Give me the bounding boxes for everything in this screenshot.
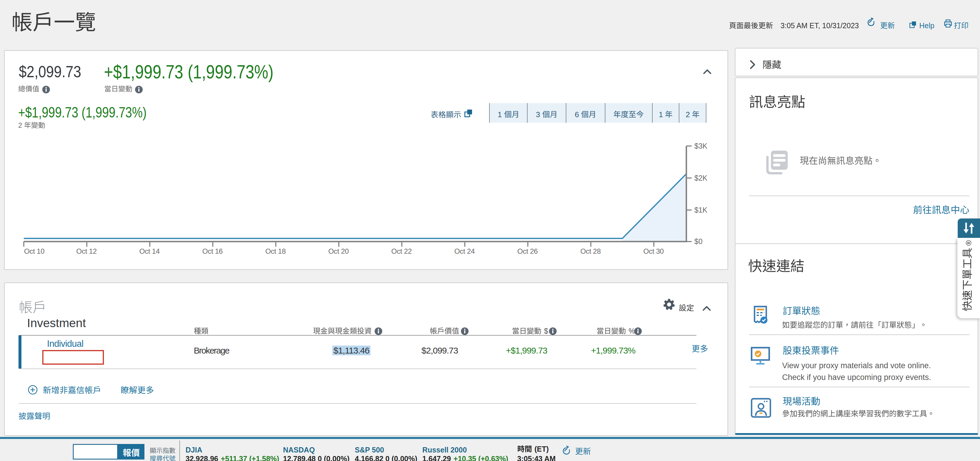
svg-text:$2K: $2K xyxy=(694,174,708,182)
svg-text:Oct 30: Oct 30 xyxy=(643,247,663,255)
svg-text:Oct 20: Oct 20 xyxy=(328,247,348,255)
svg-text:Oct 10: Oct 10 xyxy=(24,247,45,255)
svg-text:$1K: $1K xyxy=(694,206,708,214)
svg-text:Oct 24: Oct 24 xyxy=(454,247,474,255)
svg-text:$3K: $3K xyxy=(694,142,708,150)
svg-text:Oct 22: Oct 22 xyxy=(391,247,412,255)
svg-text:Oct 14: Oct 14 xyxy=(139,247,159,255)
svg-text:$0: $0 xyxy=(694,237,703,245)
svg-text:Oct 12: Oct 12 xyxy=(76,247,97,255)
svg-text:Oct 28: Oct 28 xyxy=(581,247,601,255)
svg-text:Oct 26: Oct 26 xyxy=(517,247,538,255)
svg-text:Oct 16: Oct 16 xyxy=(202,247,223,255)
svg-text:Oct 18: Oct 18 xyxy=(266,247,286,255)
